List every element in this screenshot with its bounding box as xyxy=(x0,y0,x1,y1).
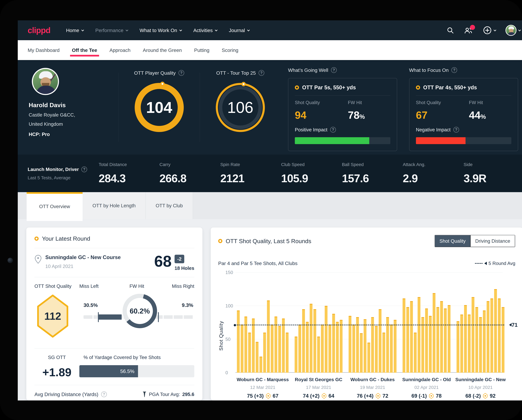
toggle-shot-quality[interactable]: Shot Quality xyxy=(435,235,470,247)
toggle-driving-distance[interactable]: Driving Distance xyxy=(470,235,515,247)
shot-bar[interactable] xyxy=(483,311,486,373)
shot-bar[interactable] xyxy=(414,333,417,373)
x-course[interactable]: Royal St Georges GC xyxy=(295,377,342,382)
shot-bar[interactable] xyxy=(475,307,478,373)
shot-bar[interactable] xyxy=(375,326,378,373)
shot-bar[interactable] xyxy=(282,319,285,373)
shot-bar[interactable] xyxy=(271,325,274,373)
help-icon[interactable]: ? xyxy=(451,67,457,73)
shot-bar[interactable] xyxy=(390,325,393,373)
shot-bar[interactable] xyxy=(306,322,309,373)
help-icon[interactable]: ? xyxy=(81,166,87,172)
shot-bar[interactable] xyxy=(267,300,270,373)
shot-bar[interactable] xyxy=(444,309,447,373)
subnav-my-dashboard[interactable]: My Dashboard xyxy=(28,40,60,60)
subnav-putting[interactable]: Putting xyxy=(194,40,209,60)
x-course[interactable]: Woburn GC - Marquess xyxy=(237,377,289,382)
shot-bar[interactable] xyxy=(498,298,501,373)
shot-bar[interactable] xyxy=(237,311,240,373)
shot-bar[interactable] xyxy=(433,293,436,373)
shot-bar[interactable] xyxy=(286,333,289,373)
x-course[interactable]: Sunningdale GC - New xyxy=(455,377,506,382)
shot-bar[interactable] xyxy=(464,305,467,373)
help-icon[interactable]: ? xyxy=(453,127,459,133)
shot-bar[interactable] xyxy=(295,337,297,373)
x-course[interactable]: Sunningdale GC - Old xyxy=(402,377,451,382)
shot-bar[interactable] xyxy=(468,315,471,373)
shot-bar[interactable] xyxy=(436,307,439,373)
shot-bar[interactable] xyxy=(302,309,305,373)
subnav-approach[interactable]: Approach xyxy=(109,40,130,60)
shot-bar[interactable] xyxy=(490,298,493,373)
subnav-off-the-tee[interactable]: Off the Tee xyxy=(72,40,97,60)
help-icon[interactable]: ? xyxy=(178,70,184,76)
help-icon[interactable]: ? xyxy=(259,70,264,76)
shot-bar[interactable] xyxy=(263,333,266,373)
shot-bar[interactable] xyxy=(479,317,482,373)
shot-bar[interactable] xyxy=(429,316,432,373)
shot-bar[interactable] xyxy=(457,321,459,373)
shot-bar[interactable] xyxy=(460,315,463,373)
help-icon[interactable]: ? xyxy=(331,67,337,73)
shot-bar[interactable] xyxy=(356,317,359,373)
nav-item-performance[interactable]: Performance xyxy=(95,27,128,33)
shot-bar[interactable] xyxy=(367,343,370,373)
shot-quality-value: 67 xyxy=(416,109,469,121)
subnav-around-the-green[interactable]: Around the Green xyxy=(143,40,182,60)
tab-ott-overview[interactable]: OTT Overview xyxy=(27,192,83,219)
shot-bar[interactable] xyxy=(386,317,389,373)
shot-bar[interactable] xyxy=(360,333,363,373)
shot-bar[interactable] xyxy=(502,307,505,373)
shot-bar[interactable] xyxy=(379,309,382,373)
nav-item-journal[interactable]: Journal xyxy=(229,27,249,33)
shot-bar[interactable] xyxy=(336,322,339,373)
subnav-scoring[interactable]: Scoring xyxy=(222,40,238,60)
add-button[interactable] xyxy=(483,26,496,35)
nav-item-home[interactable]: Home xyxy=(66,27,83,33)
clippd-logo[interactable]: clippd xyxy=(28,26,50,35)
shot-bar[interactable] xyxy=(313,309,316,373)
profile-menu[interactable] xyxy=(506,25,520,36)
shot-bar[interactable] xyxy=(421,317,424,373)
shot-bar[interactable] xyxy=(298,325,301,373)
nav-item-what-to-work-on[interactable]: What to Work On xyxy=(140,27,181,33)
shot-bar[interactable] xyxy=(256,342,259,373)
shot-bar[interactable] xyxy=(382,333,385,373)
shot-bar[interactable] xyxy=(406,307,409,373)
tab-ott-by-club[interactable]: OTT by Club xyxy=(146,192,193,219)
shot-bar[interactable] xyxy=(394,320,397,373)
shot-bar[interactable] xyxy=(325,306,328,373)
shot-bar[interactable] xyxy=(494,289,497,373)
x-course[interactable]: Woburn GC - Dukes xyxy=(350,377,395,382)
shot-bar[interactable] xyxy=(472,297,474,373)
search-icon[interactable] xyxy=(446,27,454,34)
shot-bar[interactable] xyxy=(349,316,351,373)
help-icon[interactable]: ? xyxy=(330,127,336,133)
shot-bar[interactable] xyxy=(260,357,262,373)
shot-bar[interactable] xyxy=(352,325,355,373)
shot-bar[interactable] xyxy=(418,297,420,373)
help-icon[interactable]: ? xyxy=(101,391,107,397)
shot-bar[interactable] xyxy=(329,325,331,373)
shot-bar[interactable] xyxy=(340,320,343,373)
shot-bar[interactable] xyxy=(487,301,489,373)
shot-bar[interactable] xyxy=(425,309,428,373)
shot-bar[interactable] xyxy=(448,305,451,373)
round-course[interactable]: Sunningdale GC - New Course xyxy=(45,254,121,260)
shot-bar[interactable] xyxy=(248,333,251,373)
shot-bar[interactable] xyxy=(410,301,413,373)
shot-bar[interactable] xyxy=(310,304,313,373)
shot-bar[interactable] xyxy=(278,326,281,373)
shot-bar[interactable] xyxy=(241,325,244,373)
shot-bar[interactable] xyxy=(403,298,405,373)
shot-bar[interactable] xyxy=(321,325,324,373)
shot-bar[interactable] xyxy=(440,301,443,373)
shot-bar[interactable] xyxy=(371,317,374,373)
shot-bar[interactable] xyxy=(317,337,320,373)
shot-bar[interactable] xyxy=(332,314,335,373)
friends-icon[interactable] xyxy=(464,27,473,34)
tab-ott-by-hole-length[interactable]: OTT by Hole Length xyxy=(83,192,146,219)
nav-item-activities[interactable]: Activities xyxy=(193,27,217,33)
shot-bar[interactable] xyxy=(252,319,255,373)
shot-bar[interactable] xyxy=(364,319,367,373)
